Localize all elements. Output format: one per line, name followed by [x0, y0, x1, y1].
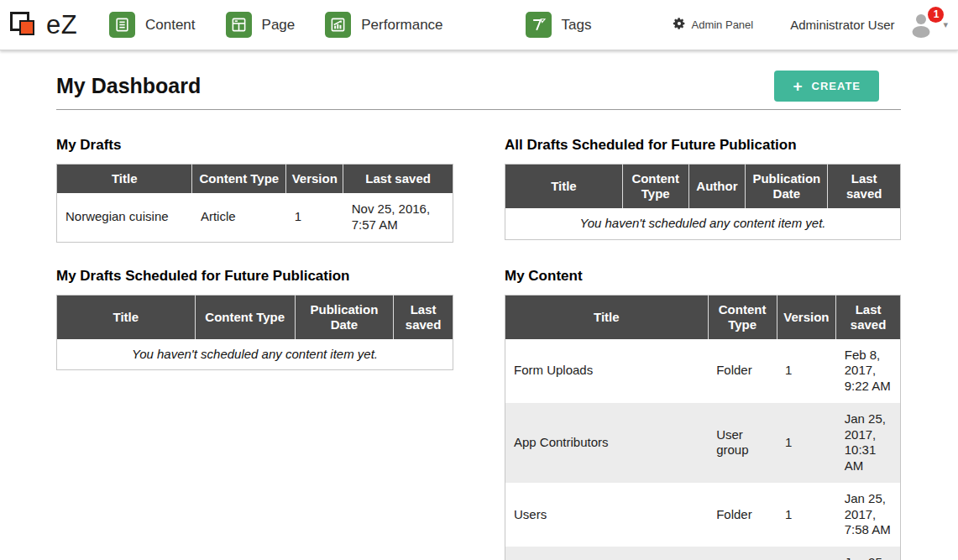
my-drafts-table: TitleContent TypeVersionLast savedNorweg… — [56, 164, 453, 243]
table-row[interactable]: Norwegian cuisineArticle1Nov 25, 2016, 7… — [57, 193, 453, 242]
column-header: Author — [688, 165, 746, 209]
column-header: Content Type — [708, 295, 777, 339]
top-navigation: eZ Content Page — [0, 0, 958, 50]
section-my-content: My Content TitleContent TypeVersionLast … — [505, 268, 901, 560]
table-cell: 1 — [777, 547, 836, 560]
column-header: Last saved — [394, 295, 453, 339]
table-empty-row: You haven't scheduled any content item y… — [505, 208, 901, 239]
section-title: All Drafts Scheduled for Future Publicat… — [505, 137, 901, 154]
my-content-table: TitleContent TypeVersionLast savedForm U… — [505, 295, 901, 560]
table-empty-row: You haven't scheduled any content item y… — [57, 339, 453, 370]
user-name: Administrator User — [790, 18, 894, 32]
nav-item-tags[interactable]: Tags — [526, 12, 592, 38]
nav-item-label: Page — [262, 17, 296, 34]
nav-item-performance[interactable]: Performance — [325, 12, 442, 38]
chevron-down-icon: ▾ — [943, 19, 948, 30]
table-row[interactable]: Form UploadsFolder1Feb 8, 2017, 9:22 AM — [505, 339, 901, 403]
my-drafts-scheduled-table: TitleContent TypePublication DateLast sa… — [56, 295, 453, 371]
table-cell: Feb 8, 2017, 9:22 AM — [836, 339, 901, 403]
table-cell: Folder — [708, 483, 777, 547]
table-header-row: TitleContent TypeVersionLast saved — [505, 295, 901, 339]
admin-panel-button[interactable]: Admin Panel — [673, 17, 754, 34]
nav-item-label: Tags — [562, 17, 592, 34]
column-header: Publication Date — [295, 295, 394, 339]
table-row[interactable]: AppFolder1Jan 25, 2017, 7:55 AM — [505, 547, 901, 560]
tags-icon — [526, 12, 552, 38]
page-header: My Dashboard + CREATE — [56, 50, 901, 110]
column-header: Content Type — [195, 295, 295, 339]
table-cell: Norwegian cuisine — [57, 193, 192, 242]
plus-icon: + — [793, 78, 803, 94]
table-cell: User group — [708, 403, 777, 483]
column-header: Last saved — [828, 165, 901, 209]
section-title: My Drafts Scheduled for Future Publicati… — [56, 268, 453, 285]
table-cell: Jan 25, 2017, 7:55 AM — [836, 547, 901, 560]
user-menu[interactable]: Administrator User 1 ▾ — [790, 12, 950, 39]
table-header-row: TitleContent TypeVersionLast saved — [57, 165, 453, 194]
column-header: Content Type — [192, 165, 286, 194]
dashboard-page: My Dashboard + CREATE My Drafts TitleCon… — [0, 50, 958, 560]
avatar[interactable]: 1 — [908, 12, 936, 39]
section-title: My Drafts — [56, 137, 453, 154]
section-all-drafts-scheduled: All Drafts Scheduled for Future Publicat… — [505, 137, 901, 243]
empty-message: You haven't scheduled any content item y… — [505, 208, 901, 239]
table-cell: Article — [192, 193, 286, 242]
column-header: Title — [57, 165, 192, 194]
column-header: Last saved — [836, 295, 901, 339]
column-header: Publication Date — [746, 165, 828, 209]
column-header: Content Type — [622, 165, 688, 209]
column-header: Title — [505, 295, 709, 339]
dashboard-grid: My Drafts TitleContent TypeVersionLast s… — [56, 137, 901, 560]
section-my-drafts: My Drafts TitleContent TypeVersionLast s… — [56, 137, 453, 243]
all-drafts-scheduled-table: TitleContent TypeAuthorPublication DateL… — [505, 164, 901, 240]
content-icon — [109, 12, 135, 38]
admin-panel-label: Admin Panel — [692, 18, 754, 31]
table-row[interactable]: App ContributorsUser group1Jan 25, 2017,… — [505, 403, 901, 483]
table-cell: App Contributors — [505, 403, 709, 483]
column-header: Last saved — [343, 165, 453, 194]
ez-logo[interactable]: eZ — [10, 10, 109, 40]
table-cell: 1 — [286, 193, 343, 242]
table-cell: Jan 25, 2017, 10:31 AM — [836, 403, 901, 483]
section-title: My Content — [505, 268, 901, 285]
section-my-drafts-scheduled: My Drafts Scheduled for Future Publicati… — [56, 268, 453, 560]
performance-icon — [325, 12, 351, 38]
ez-logo-text: eZ — [46, 10, 77, 40]
table-header-row: TitleContent TypePublication DateLast sa… — [57, 295, 453, 339]
column-header: Title — [57, 295, 196, 339]
nav-item-page[interactable]: Page — [226, 12, 296, 38]
create-button[interactable]: + CREATE — [774, 71, 879, 102]
table-cell: Nov 25, 2016, 7:57 AM — [343, 193, 453, 242]
column-header: Title — [505, 165, 623, 209]
table-cell: Form Uploads — [505, 339, 709, 403]
column-header: Version — [777, 295, 836, 339]
table-cell: Jan 25, 2017, 7:58 AM — [836, 483, 901, 547]
table-cell: App — [505, 547, 709, 560]
table-cell: Folder — [708, 547, 777, 560]
empty-message: You haven't scheduled any content item y… — [57, 339, 453, 370]
table-cell: 1 — [777, 339, 836, 403]
table-cell: 1 — [777, 403, 836, 483]
table-header-row: TitleContent TypeAuthorPublication DateL… — [505, 165, 901, 209]
nav-item-label: Performance — [361, 17, 442, 34]
page-title: My Dashboard — [56, 74, 201, 98]
table-cell: Users — [505, 483, 709, 547]
table-cell: 1 — [777, 483, 836, 547]
nav-item-content[interactable]: Content — [109, 12, 196, 38]
table-row[interactable]: UsersFolder1Jan 25, 2017, 7:58 AM — [505, 483, 901, 547]
create-button-label: CREATE — [812, 80, 861, 92]
notification-badge[interactable]: 1 — [928, 7, 944, 23]
gear-icon — [673, 17, 686, 34]
page-icon — [226, 12, 252, 38]
table-cell: Folder — [708, 339, 777, 403]
nav-item-label: Content — [145, 17, 196, 34]
column-header: Version — [286, 165, 343, 194]
ez-logo-icon — [10, 10, 40, 40]
